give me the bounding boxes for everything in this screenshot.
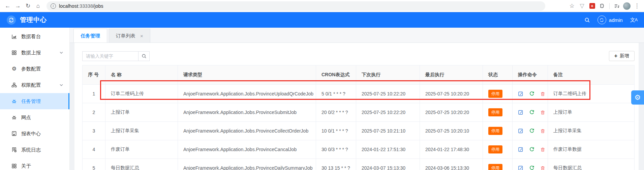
trash-icon[interactable] (540, 147, 545, 152)
browser-chrome: ← → ↻ ⌂ i localhost:33338/jobs ☆ ▽ ✻ ⋮ (0, 0, 644, 12)
avatar-swirl-icon (597, 16, 606, 24)
edit-icon[interactable] (518, 147, 523, 152)
reload-icon[interactable]: ↻ (23, 1, 33, 11)
cell-request-type: AnjoeFramework.Application.Jobs.Province… (178, 85, 316, 103)
info-icon[interactable]: i (51, 3, 56, 9)
column-header: 最后执行 (420, 65, 483, 85)
close-icon[interactable]: × (140, 33, 143, 39)
main-content: 任务管理 订单列表 × + 新增 序 号名 (70, 28, 644, 170)
cell-last-run: 2025-07-25 10:20:20 (420, 103, 483, 122)
tab-2[interactable]: 订单列表 × (109, 29, 150, 42)
sidebar-item-label: 关于 (21, 163, 31, 169)
cell-next-run: 2025-07-25 10:21:10 (356, 122, 420, 140)
jobs-table: 序 号名 称请求类型CRON表达式下次执行最后执行状态操作命令备注 1 订单二维… (82, 65, 635, 170)
sidebar-item-1[interactable]: 数据看台 (0, 28, 69, 45)
cell-last-run: 2024-01-22 17:48:30 (420, 140, 483, 159)
list-ext-icon[interactable] (612, 1, 621, 11)
back-icon[interactable]: ← (3, 1, 13, 11)
table-row: 1 订单二维码上传 AnjoeFramework.Application.Job… (83, 85, 635, 103)
settings-fab[interactable]: ⚙ (631, 90, 644, 105)
column-header: 下次执行 (356, 65, 420, 85)
dropdown-ext-icon[interactable]: ▽ (578, 1, 586, 11)
add-button[interactable]: + 新增 (609, 51, 635, 61)
home-icon[interactable]: ⌂ (33, 1, 43, 11)
sidebar-item-5[interactable]: 任务管理 (0, 93, 69, 109)
forward-icon[interactable]: → (13, 1, 23, 11)
tab-1[interactable]: 任务管理 (73, 29, 107, 42)
cell-request-type: AnjoeFramework.Application.Jobs.Province… (178, 159, 316, 170)
cell-cron: 30 13 15 * * ? (316, 159, 356, 170)
sidebar-item-label: 参数配置 (21, 66, 41, 72)
cell-index: 5 (83, 159, 105, 170)
refresh-icon[interactable] (529, 147, 534, 152)
cell-cron: 5 0/1 * * * ? (316, 85, 356, 103)
grid-icon (11, 163, 17, 169)
refresh-icon[interactable] (529, 110, 534, 115)
table-row: 5 每日数据汇总 AnjoeFramework.Application.Jobs… (83, 159, 635, 170)
sidebar-item-9[interactable]: 关于 (0, 158, 69, 170)
status-badge: 停用 (488, 90, 502, 98)
search-icon[interactable] (584, 17, 590, 23)
column-header: 请求类型 (178, 65, 316, 85)
search-input[interactable] (82, 51, 138, 61)
column-header: 状态 (483, 65, 513, 85)
chevron-down-icon (59, 83, 63, 87)
cell-actions (513, 103, 548, 122)
plus-icon: + (614, 53, 617, 59)
cell-name: 上报订单 (105, 103, 178, 122)
edit-icon[interactable] (518, 110, 523, 115)
trash-icon[interactable] (540, 91, 545, 97)
status-badge: 停用 (488, 108, 502, 116)
sidebar-item-6[interactable]: 网点 (0, 109, 69, 125)
sidebar-item-4[interactable]: 权限配置 (0, 77, 69, 93)
table-row: 2 上报订单 AnjoeFramework.Application.Jobs.P… (83, 103, 635, 122)
cell-last-run: 2024-03-06 15:13:30 (420, 159, 483, 170)
sidebar-item-7[interactable]: 报表中心 (0, 125, 69, 142)
cell-request-type: AnjoeFramework.Application.Jobs.Province… (178, 103, 316, 122)
status-badge: 停用 (488, 164, 502, 170)
org-icon (11, 82, 17, 88)
app-header: 管理中心 admin 文A (0, 12, 644, 28)
username: admin (609, 17, 623, 23)
refresh-icon[interactable] (529, 91, 534, 97)
cell-name: 上报订单采集 (105, 122, 178, 140)
search-button[interactable] (138, 51, 150, 61)
cell-index: 2 (83, 103, 105, 122)
cell-last-run: 2025-07-25 10:20:20 (420, 85, 483, 103)
user-menu[interactable]: admin (597, 16, 623, 24)
cell-next-run: 2025-07-25 10:22:20 (356, 103, 420, 122)
sidebar-item-2[interactable]: 数据上报 (0, 45, 69, 61)
cell-next-run: 2025-07-25 10:22:20 (356, 85, 420, 103)
cell-name: 作废订单 (105, 140, 178, 159)
cell-remark: 订单二维码上传 (548, 85, 635, 103)
profile-avatar[interactable] (622, 1, 631, 11)
sidebar-item-8[interactable]: 系统日志 (0, 142, 69, 158)
star-icon[interactable]: ☆ (568, 1, 576, 11)
edit-icon[interactable] (518, 91, 523, 97)
red-ext-icon[interactable]: ✻ (588, 1, 596, 11)
cell-name: 订单二维码上传 (105, 85, 178, 103)
refresh-icon[interactable] (529, 165, 534, 170)
sidebar-item-3[interactable]: ⚙ 参数配置 (0, 61, 69, 77)
menu-dots-icon[interactable]: ⋮ (633, 1, 641, 11)
cell-remark: 每日数据汇总 (548, 159, 635, 170)
bug-icon (11, 98, 17, 104)
puzzle-icon[interactable] (598, 1, 607, 11)
cell-remark: 作废订单数据 (548, 140, 635, 159)
cell-actions (513, 122, 548, 140)
translate-icon[interactable]: 文A (630, 17, 637, 23)
add-button-label: 新增 (620, 53, 629, 59)
cell-request-type: AnjoeFramework.Application.Jobs.Province… (178, 140, 316, 159)
url-bar[interactable]: i localhost:33338/jobs (47, 1, 545, 11)
refresh-icon[interactable] (529, 128, 534, 134)
trash-icon[interactable] (540, 110, 545, 115)
status-badge: 停用 (488, 145, 502, 153)
trash-icon[interactable] (540, 128, 545, 134)
app-title: 管理中心 (20, 16, 47, 24)
edit-icon[interactable] (518, 128, 523, 134)
edit-icon[interactable] (518, 165, 523, 170)
cell-cron: 20 0/2 * * * ? (316, 103, 356, 122)
tab-label: 订单列表 (116, 33, 135, 39)
cell-status: 停用 (483, 85, 513, 103)
trash-icon[interactable] (540, 165, 545, 170)
